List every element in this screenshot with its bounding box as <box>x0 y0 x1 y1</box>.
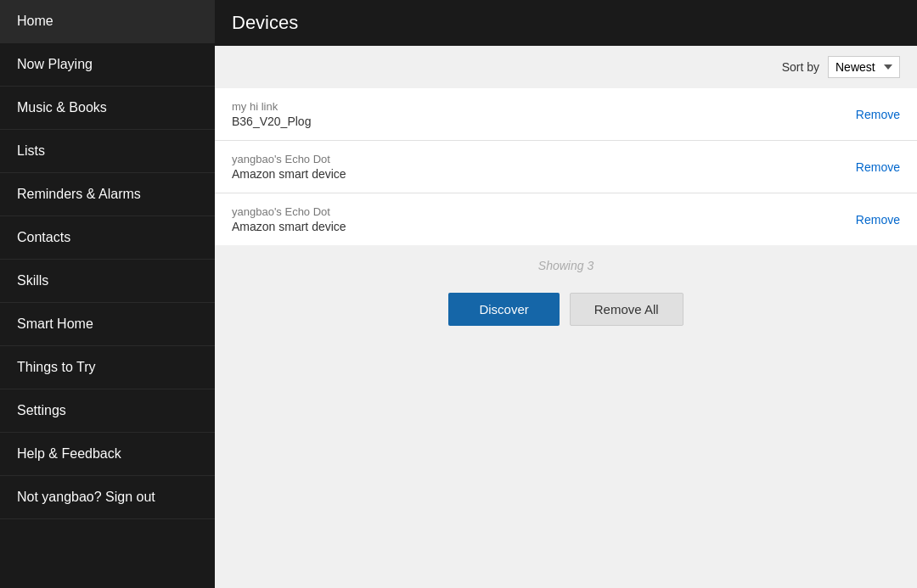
sidebar-item-settings[interactable]: Settings <box>0 389 215 433</box>
device-model: B36_V20_Plog <box>232 115 311 128</box>
sort-bar: Sort by NewestOldestName <box>215 46 917 88</box>
sidebar-item-skills[interactable]: Skills <box>0 260 215 303</box>
remove-device-link[interactable]: Remove <box>856 160 900 174</box>
page-title: Devices <box>232 12 298 34</box>
table-row: yangbao's Echo DotAmazon smart deviceRem… <box>215 193 917 245</box>
sidebar-item-help-feedback[interactable]: Help & Feedback <box>0 433 215 476</box>
discover-button[interactable]: Discover <box>448 293 559 326</box>
device-name: yangbao's Echo Dot <box>232 205 346 218</box>
sidebar-item-now-playing[interactable]: Now Playing <box>0 43 215 87</box>
sort-label: Sort by <box>782 60 819 74</box>
device-name: yangbao's Echo Dot <box>232 153 346 165</box>
device-info: my hi linkB36_V20_Plog <box>232 100 311 128</box>
device-name: my hi link <box>232 100 311 113</box>
sort-select[interactable]: NewestOldestName <box>828 56 900 78</box>
remove-device-link[interactable]: Remove <box>856 108 900 121</box>
sidebar: HomeNow PlayingMusic & BooksListsReminde… <box>0 0 215 588</box>
device-info: yangbao's Echo DotAmazon smart device <box>232 205 346 233</box>
showing-count: Showing 3 <box>215 245 917 286</box>
table-row: yangbao's Echo DotAmazon smart deviceRem… <box>215 141 917 193</box>
sidebar-item-things-to-try[interactable]: Things to Try <box>0 346 215 389</box>
sidebar-item-smart-home[interactable]: Smart Home <box>0 303 215 346</box>
devices-list: my hi linkB36_V20_PlogRemoveyangbao's Ec… <box>215 88 917 245</box>
header: Devices <box>215 0 917 46</box>
sidebar-item-lists[interactable]: Lists <box>0 130 215 173</box>
content-area: Sort by NewestOldestName my hi linkB36_V… <box>215 46 917 588</box>
remove-device-link[interactable]: Remove <box>856 213 900 227</box>
sidebar-item-reminders-alarms[interactable]: Reminders & Alarms <box>0 173 215 216</box>
device-model: Amazon smart device <box>232 220 346 233</box>
sidebar-item-contacts[interactable]: Contacts <box>0 216 215 260</box>
remove-all-button[interactable]: Remove All <box>570 293 684 326</box>
main-content: Devices Sort by NewestOldestName my hi l… <box>215 0 917 588</box>
buttons-row: Discover Remove All <box>215 286 917 343</box>
device-info: yangbao's Echo DotAmazon smart device <box>232 153 346 181</box>
device-model: Amazon smart device <box>232 167 346 181</box>
sidebar-item-home[interactable]: Home <box>0 0 215 43</box>
sidebar-item-music-books[interactable]: Music & Books <box>0 87 215 130</box>
table-row: my hi linkB36_V20_PlogRemove <box>215 88 917 141</box>
sidebar-item-sign-out[interactable]: Not yangbao? Sign out <box>0 476 215 519</box>
